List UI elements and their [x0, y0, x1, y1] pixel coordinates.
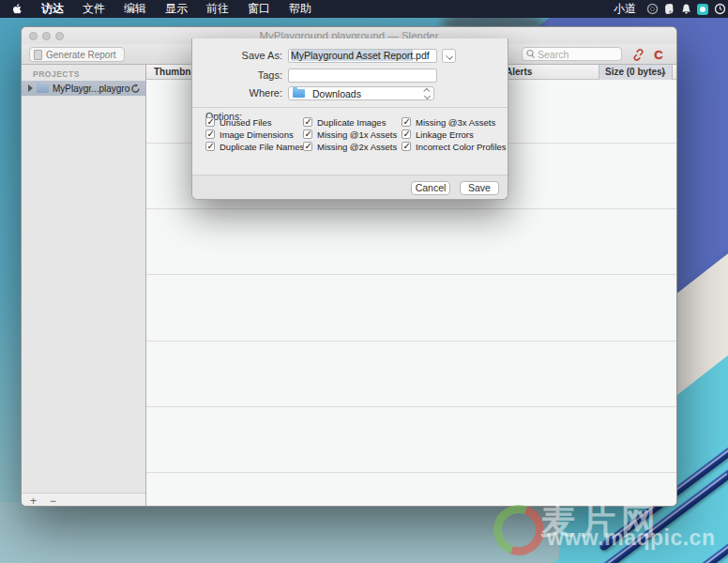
checkbox-checked-icon[interactable]	[303, 129, 312, 139]
folder-icon	[37, 84, 49, 93]
save-dialog-sheet: Save As: MyPlayground Asset Report.pdf T…	[191, 38, 508, 200]
checkbox-checked-icon[interactable]	[303, 142, 312, 151]
menu-item-finder[interactable]: 访达	[32, 0, 73, 18]
menu-item-edit[interactable]: 编辑	[114, 0, 156, 18]
zoom-button[interactable]	[55, 32, 64, 40]
generate-report-button[interactable]: Generate Report	[29, 47, 125, 62]
screen: cien 访达 文件 编辑 显示 前往 窗口 帮助 小道	[0, 0, 728, 563]
menu-item-window[interactable]: 窗口	[238, 0, 280, 18]
where-popup-button[interactable]: Downloads	[288, 86, 434, 100]
refresh-icon[interactable]	[130, 84, 141, 94]
evernote-icon[interactable]	[660, 0, 677, 18]
column-header-size[interactable]: Size (0 bytes) ▲	[599, 65, 673, 80]
chevron-down-icon	[446, 53, 453, 60]
projects-section-label: PROJECTS	[33, 69, 145, 79]
checkbox-checked-icon[interactable]	[402, 129, 411, 139]
filename-extension: .pdf	[413, 50, 430, 61]
downloads-folder-icon	[293, 89, 305, 98]
menu-bar-user-label[interactable]: 小道	[606, 1, 644, 17]
tags-label: Tags:	[192, 68, 282, 83]
checkbox-checked-icon[interactable]	[402, 117, 411, 127]
sheet-button-bar: Cancel Save	[192, 175, 508, 199]
search-input[interactable]	[538, 49, 613, 60]
menu-item-go[interactable]: 前往	[197, 0, 238, 18]
generate-report-label: Generate Report	[46, 50, 116, 60]
checkbox-checked-icon[interactable]	[402, 142, 411, 151]
search-field[interactable]	[522, 47, 622, 61]
table-row	[146, 407, 676, 473]
add-project-button[interactable]: +	[30, 495, 37, 508]
checkbox-checked-icon[interactable]	[205, 129, 215, 139]
option-linkage-errors: Linkage Errors	[402, 129, 474, 140]
option-image-dimensions: Image Dimensions	[205, 129, 294, 140]
menu-item-help[interactable]: 帮助	[280, 0, 321, 18]
sidebar-item-project[interactable]: MyPlaygr...playground	[22, 81, 145, 96]
apple-menu[interactable]	[11, 3, 23, 15]
cancel-button[interactable]: Cancel	[411, 181, 450, 195]
minimize-button[interactable]	[42, 32, 51, 40]
menu-item-view[interactable]: 显示	[156, 0, 197, 18]
column-header-size-label: Size (0 bytes)	[605, 67, 665, 77]
menu-bar: 访达 文件 编辑 显示 前往 窗口 帮助 小道	[0, 0, 728, 18]
popup-stepper-icon	[425, 88, 430, 99]
checkbox-checked-icon[interactable]	[205, 117, 215, 127]
broken-link-icon[interactable]	[629, 46, 646, 63]
sidebar-bottom-bar: + −	[22, 493, 145, 507]
option-incorrect-color-profiles: Incorrect Color Profiles	[402, 141, 507, 152]
where-label: Where:	[192, 86, 282, 100]
option-missing-3x-assets: Missing @3x Assets	[402, 116, 495, 128]
report-document-icon	[34, 50, 42, 60]
table-row	[146, 473, 676, 507]
expand-save-panel-button[interactable]	[442, 49, 456, 63]
apple-icon	[11, 3, 23, 15]
color-profile-badge-icon[interactable]: C	[650, 46, 667, 63]
option-missing-1x-assets: Missing @1x Assets	[303, 129, 397, 140]
menu-item-file[interactable]: 文件	[73, 0, 114, 18]
save-as-label: Save As:	[192, 49, 282, 63]
search-icon	[523, 49, 538, 59]
where-value: Downloads	[312, 88, 361, 99]
filename-input[interactable]: MyPlayground Asset Report.pdf	[288, 49, 437, 63]
sort-ascending-icon: ▲	[660, 65, 667, 79]
column-header-alerts[interactable]: Alerts	[506, 65, 532, 79]
remove-project-button[interactable]: −	[50, 495, 56, 508]
project-name: MyPlaygr...playground	[53, 84, 130, 94]
notification-bell-icon[interactable]	[677, 0, 694, 18]
table-row	[146, 275, 676, 342]
save-button[interactable]: Save	[460, 181, 499, 195]
clock-icon[interactable]	[711, 0, 728, 18]
screenshot-app-icon[interactable]	[694, 0, 711, 18]
table-row	[146, 209, 676, 275]
filename-selected-text: MyPlayground Asset Report	[291, 50, 413, 61]
tags-input[interactable]	[288, 68, 437, 83]
option-unused-files: Unused Files	[205, 116, 271, 128]
desktop-surface	[0, 502, 559, 563]
table-row	[146, 342, 676, 407]
option-missing-2x-assets: Missing @2x Assets	[303, 141, 397, 152]
option-duplicate-file-names: Duplicate File Names	[205, 141, 304, 152]
close-button[interactable]	[29, 32, 38, 40]
disclosure-triangle-icon[interactable]	[28, 84, 33, 92]
checkbox-checked-icon[interactable]	[303, 117, 312, 127]
separator	[192, 107, 508, 108]
checkbox-checked-icon[interactable]	[205, 142, 215, 151]
sidebar: PROJECTS MyPlaygr...playground + −	[22, 65, 146, 507]
option-duplicate-images: Duplicate Images	[303, 116, 386, 128]
adobe-cc-icon[interactable]	[644, 0, 660, 18]
